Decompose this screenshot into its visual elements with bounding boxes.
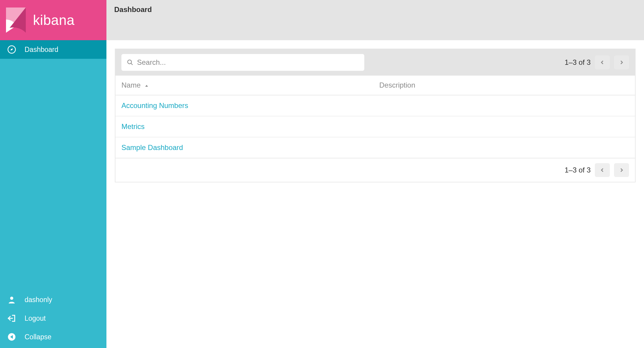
column-header-name[interactable]: Name [115, 76, 373, 95]
logout-icon [7, 314, 16, 323]
svg-line-8 [131, 63, 133, 65]
pagination-text: 1–3 of 3 [565, 58, 591, 67]
sort-ascending-icon [145, 84, 149, 88]
sidebar-collapse[interactable]: Collapse [0, 328, 106, 346]
pagination-top: 1–3 of 3 [565, 56, 629, 69]
collapse-icon [7, 332, 16, 341]
dashboard-link[interactable]: Accounting Numbers [121, 101, 188, 110]
sidebar-logout-label: Logout [25, 314, 46, 322]
dashboard-link[interactable]: Metrics [121, 122, 145, 130]
content: 1–3 of 3 Name [106, 40, 644, 191]
page-next-button[interactable] [614, 56, 629, 69]
search-icon [127, 59, 133, 66]
topbar: Dashboard [106, 0, 644, 40]
user-icon [7, 295, 16, 304]
svg-marker-9 [145, 85, 148, 87]
search-input[interactable] [121, 54, 364, 71]
sidebar-user[interactable]: dashonly [0, 290, 106, 309]
column-header-description-label: Description [379, 81, 415, 89]
sidebar-nav: Dashboard [0, 40, 106, 59]
search-wrap [121, 54, 364, 71]
dashboard-description [373, 137, 635, 158]
table-row: Sample Dashboard [115, 137, 635, 158]
page-next-button[interactable] [614, 163, 629, 177]
compass-icon [7, 45, 16, 54]
page-prev-button[interactable] [595, 163, 610, 177]
sidebar-collapse-label: Collapse [25, 333, 52, 341]
sidebar-footer: dashonly Logout Collapse [0, 290, 106, 348]
table-row: Metrics [115, 116, 635, 137]
dashboard-description [373, 116, 635, 137]
column-header-description[interactable]: Description [373, 76, 635, 95]
app-name: kibana [33, 12, 75, 28]
dashboard-description [373, 95, 635, 116]
sidebar-item-dashboard[interactable]: Dashboard [0, 40, 106, 59]
svg-marker-2 [10, 48, 13, 51]
app-logo-block[interactable]: kibana [0, 0, 106, 40]
pagination-bottom: 1–3 of 3 [565, 163, 629, 177]
pagination-text: 1–3 of 3 [565, 166, 591, 174]
kibana-logo-icon [6, 8, 26, 33]
panel-footer: 1–3 of 3 [115, 158, 635, 182]
main: Dashboard 1–3 of 3 [106, 0, 644, 348]
dashboard-link[interactable]: Sample Dashboard [121, 143, 183, 152]
page-prev-button[interactable] [595, 56, 610, 69]
page-title: Dashboard [114, 5, 636, 14]
dashboard-listing-panel: 1–3 of 3 Name [115, 49, 636, 182]
column-header-name-label: Name [121, 81, 141, 89]
panel-header: 1–3 of 3 [115, 49, 635, 76]
table-row: Accounting Numbers [115, 95, 635, 116]
dashboard-table: Name Description Accounting Numbers [115, 76, 635, 158]
sidebar: kibana Dashboard dashonly [0, 0, 106, 348]
sidebar-user-label: dashonly [25, 296, 52, 304]
sidebar-item-label: Dashboard [25, 46, 58, 54]
svg-point-7 [128, 60, 132, 64]
sidebar-logout[interactable]: Logout [0, 309, 106, 328]
svg-point-3 [10, 297, 13, 300]
